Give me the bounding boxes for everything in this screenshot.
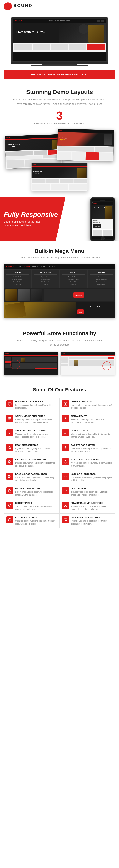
feature-icon [62, 488, 69, 494]
feature-content: RETINA READY Retina and other high-DPI s… [71, 415, 113, 424]
phone-mockup: SOUND From Starters To Pro... New In [90, 197, 115, 241]
feature-desc: Built-in one page site option. All secti… [15, 491, 57, 496]
store-previews: SOUND [4, 352, 115, 375]
mega-menu-title: Built-in Mega Menu [4, 248, 115, 254]
demo-layouts-section: Stunning Demo Layouts You are welcome to… [0, 83, 119, 197]
feature-title: ONE PAGE SITE OPTION [15, 488, 57, 490]
feature-content: AWESOME FONTELLO ICONS Choose from the i… [15, 430, 57, 438]
feature-title: POWERFUL ADMIN INTERFACE [71, 502, 113, 504]
demo-card-3: SOUND From StartersTo Pro... [31, 163, 88, 191]
feature-title: EASY CUSTOMIZABLE [15, 444, 57, 446]
demo-layouts-desc: You are welcome to choose between the pr… [11, 98, 108, 106]
google-fonts-icon: Aa [64, 431, 67, 435]
svg-rect-3 [64, 404, 65, 405]
feature-title: MULTI LANGUAGE SUPPORT [71, 459, 113, 461]
feature-desc: Unlimited colour variations. You can set… [15, 520, 57, 525]
feature-item: LOTS OF SHORTCODES Built-in shortcodes t… [60, 470, 115, 485]
feature-desc: Add sticky menus that stay at the top wh… [15, 418, 57, 424]
feature-title: VIDEO SLIDER [71, 488, 113, 490]
sound-wave-icon [6, 4, 10, 8]
feature-desc: Choose between a library of fonts. So ea… [71, 433, 113, 438]
screen-hero: From Starters To Pro... [13, 23, 106, 42]
feature-icon [6, 401, 13, 407]
feature-desc: Retina and other high-DPI screens are su… [71, 418, 113, 424]
laptop-mockup: SOUND HOME SHOP PAGES BLOG [11, 17, 108, 66]
logo-title: SOUND [13, 3, 33, 8]
laptop-foot [31, 65, 88, 66]
feature-content: EXTENSIVE DOCUMENTATION Detailed documen… [15, 459, 57, 467]
feature-title: AWESOME FONTELLO ICONS [15, 430, 57, 432]
feature-item: VISUAL COMPOSER Comes with the popular V… [60, 398, 115, 412]
documentation-icon [8, 460, 11, 464]
screen-logo: SOUND [15, 20, 22, 22]
responsive-title: Fully Responsive [4, 211, 86, 218]
feature-item: MULTI LANGUAGE SUPPORT WPML plugin compa… [60, 456, 115, 470]
store-preview-2: SOUND [60, 352, 115, 375]
screen-products [13, 42, 106, 52]
mega-menu-section: Built-in Mega Menu Create impressive mul… [0, 241, 119, 324]
feature-desc: WPML plugin compatible, ready to be tran… [71, 462, 113, 467]
svg-point-21 [65, 504, 66, 505]
logo-sub: MUSIC STORE [13, 8, 33, 10]
feature-title: EXTENSIVE DOCUMENTATION [15, 459, 57, 461]
feature-desc: SEO optimized structure and options to h… [15, 505, 57, 511]
svg-rect-15 [8, 477, 9, 478]
store-preview-1: SOUND [4, 352, 58, 375]
feature-icon [62, 473, 69, 480]
feature-title: BACK TO TOP BUTTON [71, 444, 113, 446]
responsive-desc: Design is optimized for all the most pop… [4, 220, 42, 227]
customizable-icon [8, 446, 11, 449]
feature-content: STICKY MENUS SUPPORTED Add sticky menus … [15, 415, 57, 424]
feature-icon [62, 444, 69, 451]
feature-desc: Powerful theme options panel that makes … [71, 505, 113, 511]
feature-icon [6, 415, 13, 422]
store-title: Powerful Store Functionality [4, 330, 115, 337]
logo[interactable]: SOUND MUSIC STORE [4, 2, 33, 10]
mega-menu-preview: SOUND HOME SHOP ▾ PAGES BLOG CONTACT GUI… [4, 264, 115, 318]
screen-nav: SOUND HOME SHOP PAGES BLOG [13, 19, 106, 23]
feature-title: RESPONSIVE WEB DESIGN [15, 401, 57, 403]
feature-item: FREE SUPPORT & UPDATES Free updates and … [60, 514, 115, 528]
composer-icon [64, 402, 67, 406]
feature-title: RETINA READY [71, 415, 113, 417]
feature-icon [6, 459, 13, 465]
svg-rect-16 [10, 477, 11, 478]
feature-desc: Comes with the popular Visual Composer d… [71, 404, 113, 409]
feature-icon [62, 415, 69, 422]
mega-menu-desc: Create impressive multi-column drop-down… [4, 256, 115, 259]
feature-content: FLEXIBLE COLOURS Unlimited colour variat… [15, 517, 57, 525]
features-section: Some Of Our Features RESPONSIVE WEB DESI… [0, 381, 119, 534]
feature-icon: ★ [6, 430, 13, 436]
screen-nav-item: HOME [49, 20, 53, 22]
support-icon [64, 518, 67, 522]
svg-line-20 [10, 506, 11, 507]
feature-desc: A great structure to give you the contro… [15, 447, 57, 453]
feature-title: VISUAL COMPOSER [71, 401, 113, 403]
feature-item: DRAG & DROP PAGE BUILDER Visual Composer… [4, 470, 59, 485]
feature-content: FREE SUPPORT & UPDATES Free updates and … [71, 517, 113, 525]
svg-point-6 [65, 418, 66, 419]
feature-desc: Free updates and dedicated support via o… [71, 520, 113, 525]
features-grid: RESPONSIVE WEB DESIGN Fully responsive t… [4, 398, 115, 528]
fontello-icon: ★ [8, 431, 11, 435]
sticky-icon [8, 417, 11, 420]
feature-icon [6, 473, 13, 480]
cta-red-button[interactable]: GET UP AND RUNNING IN JUST ONE CLICK! [4, 70, 115, 79]
feature-desc: Customize and display a 'back to top' bu… [71, 447, 113, 453]
feature-icon [62, 517, 69, 523]
feature-item: EASY CUSTOMIZABLE A great structure to g… [4, 441, 59, 456]
seo-icon [8, 504, 11, 507]
feature-desc: Visual Composer page builder included. E… [15, 476, 57, 482]
feature-item: RESPONSIVE WEB DESIGN Fully responsive t… [4, 398, 59, 412]
store-desc: We have carefully designed Music Place s… [16, 338, 103, 347]
drag-drop-icon [8, 475, 11, 478]
responsive-text: Fully Responsive Design is optimized for… [0, 205, 90, 234]
feature-content: SEO OPTIMIZED SEO optimized structure an… [15, 502, 57, 511]
feature-item: POWERFUL ADMIN INTERFACE Powerful theme … [60, 499, 115, 514]
admin-icon [64, 504, 67, 507]
onepage-icon [8, 489, 11, 493]
feature-desc: Fully responsive theme, Retina Ready. 10… [15, 404, 57, 409]
feature-item: Aa GOOGLE FONTS Choose between a library… [60, 427, 115, 441]
screen-tagline: From Starters To Pro... [17, 31, 46, 35]
feature-title: GOOGLE FONTS [71, 430, 113, 432]
